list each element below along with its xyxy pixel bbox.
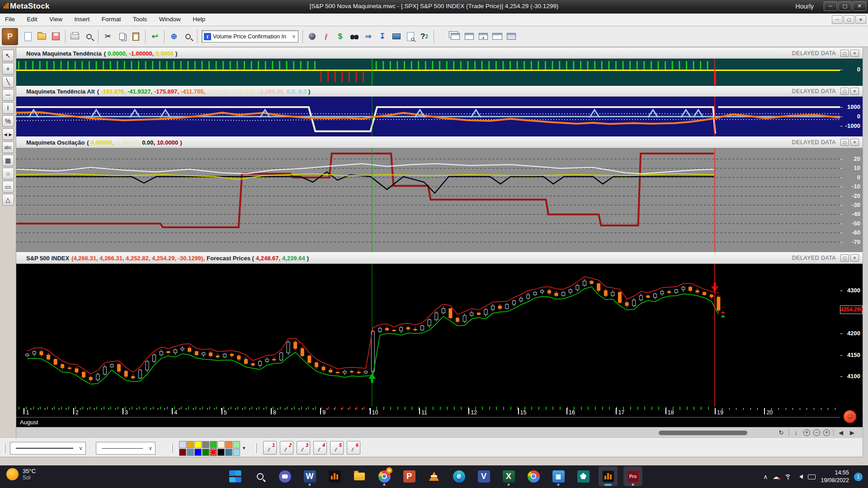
- taskbar-clock[interactable]: 14:55 19/08/2022: [821, 469, 849, 484]
- taskbar-vlc-icon[interactable]: [425, 466, 443, 486]
- menu-insert[interactable]: Insert: [69, 14, 94, 25]
- print-icon[interactable]: [69, 30, 81, 42]
- layout-gear-icon[interactable]: [505, 30, 517, 42]
- color-swatch[interactable]: [217, 449, 225, 456]
- save-icon[interactable]: [50, 30, 62, 42]
- cut-icon[interactable]: ✂: [102, 30, 114, 42]
- trend-histogram-chart[interactable]: [16, 59, 840, 86]
- alert-smiley-icon[interactable]: ☺: [844, 410, 856, 423]
- open-icon[interactable]: [36, 30, 48, 42]
- horizontal-line-tool[interactable]: ─: [2, 89, 14, 101]
- ellipse-tool[interactable]: ○: [2, 168, 14, 179]
- color-swatch[interactable]: [187, 441, 194, 448]
- panel-restore-button[interactable]: ▢: [840, 88, 849, 95]
- toolbar-grip[interactable]: [171, 443, 173, 453]
- child-close-button[interactable]: ✕: [855, 15, 866, 24]
- onedrive-error-icon[interactable]: ☁✕: [773, 473, 779, 480]
- label-tool[interactable]: abc: [2, 141, 14, 153]
- taskbar-metastock-active-icon[interactable]: [599, 466, 618, 486]
- report-icon[interactable]: [404, 30, 416, 42]
- taskbar-excel-icon[interactable]: X: [499, 466, 518, 486]
- menu-format[interactable]: Format: [97, 14, 126, 25]
- maximize-button[interactable]: ▢: [838, 1, 852, 11]
- chart-layout-button-2[interactable]: 2: [280, 441, 293, 455]
- forecast-icon[interactable]: ⇒: [362, 30, 374, 42]
- power-console-button[interactable]: P: [2, 28, 18, 45]
- explorer-icon[interactable]: [306, 30, 318, 42]
- updown-icon[interactable]: ↕: [792, 428, 800, 436]
- panel-restore-button[interactable]: ▢: [840, 139, 849, 146]
- panel-header-maquineta-oscilacao[interactable]: Maquineta Oscilação (4.00000,-1.93007,0.…: [16, 136, 863, 148]
- expert-advisor-icon[interactable]: $: [334, 30, 346, 42]
- step-right-icon[interactable]: ▶: [848, 428, 856, 436]
- pointer-tool[interactable]: ↖: [2, 50, 14, 61]
- weather-widget[interactable]: 35°CSol: [6, 468, 36, 481]
- trendline-tool[interactable]: ╲: [2, 76, 14, 88]
- crosshair-icon[interactable]: ⊕: [168, 30, 180, 42]
- taskbar-folder-icon[interactable]: [350, 466, 369, 486]
- toolbar-grip[interactable]: [255, 443, 257, 453]
- taskbar-metastock-icon[interactable]: [325, 466, 344, 486]
- price-candlestick-chart[interactable]: [16, 264, 840, 407]
- close-button[interactable]: ✕: [853, 1, 866, 11]
- menu-window[interactable]: Window: [154, 14, 186, 25]
- menu-edit[interactable]: Edit: [22, 14, 42, 25]
- color-swatch[interactable]: [179, 441, 186, 448]
- taskbar-calculator-icon[interactable]: ▦: [549, 466, 568, 486]
- new-chart-icon[interactable]: [22, 30, 34, 42]
- chart-layout-button-4[interactable]: 4: [313, 441, 327, 455]
- scan-icon[interactable]: [348, 30, 360, 42]
- indicator-quicklist-dropdown[interactable]: fVolume Price Confirmation In∨: [202, 30, 298, 42]
- rectangle-tool[interactable]: ▭: [2, 181, 14, 192]
- color-swatch[interactable]: [210, 449, 217, 456]
- tile-horizontal-icon[interactable]: [463, 30, 475, 42]
- delete-tool[interactable]: %: [2, 115, 14, 127]
- volume-icon[interactable]: [797, 473, 803, 481]
- child-restore-button[interactable]: ▢: [844, 15, 854, 24]
- hidden-icons-chevron-icon[interactable]: ∧: [763, 473, 768, 480]
- menu-tools[interactable]: Tools: [128, 14, 152, 25]
- panel-close-button[interactable]: ✕: [850, 50, 859, 57]
- color-swatch[interactable]: [179, 449, 186, 456]
- zoom-icon[interactable]: [182, 30, 194, 42]
- menu-view[interactable]: View: [44, 14, 67, 25]
- taskbar-visio-icon[interactable]: V: [474, 466, 493, 486]
- tendencia-alt-chart[interactable]: [16, 97, 840, 136]
- menu-help[interactable]: Help: [188, 14, 210, 25]
- crosshair-tool[interactable]: +: [2, 63, 14, 75]
- step-left-icon[interactable]: ◀: [837, 428, 845, 436]
- help-pointer-icon[interactable]: ?2: [418, 30, 430, 42]
- color-swatch[interactable]: [225, 449, 232, 456]
- refresh-icon[interactable]: ↻: [777, 428, 785, 436]
- print-preview-icon[interactable]: [83, 30, 95, 42]
- line-weight-dropdown[interactable]: ∨: [96, 442, 156, 455]
- taskbar-search-icon[interactable]: [250, 466, 269, 486]
- tile-vertical-icon[interactable]: [491, 30, 503, 42]
- panel-header-sp500-index[interactable]: S&P 500 INDEX (4,266.31, 4,266.31, 4,252…: [16, 252, 863, 264]
- panel-close-button[interactable]: ✕: [850, 88, 859, 95]
- color-swatch[interactable]: [187, 449, 194, 456]
- indicator-builder-icon[interactable]: ƒ: [320, 30, 332, 42]
- text-tool[interactable]: I: [2, 102, 14, 114]
- minimize-button[interactable]: ─: [824, 1, 837, 11]
- undo-icon[interactable]: ↩: [149, 30, 161, 42]
- taskbar-chrome-icon[interactable]: N: [375, 466, 394, 486]
- download-icon[interactable]: ↧: [376, 30, 388, 42]
- palette-dropdown-icon[interactable]: ▾: [243, 445, 245, 451]
- panel-restore-button[interactable]: ▢: [840, 50, 849, 57]
- color-swatch[interactable]: [194, 449, 202, 456]
- chart-layout-button-3[interactable]: 3: [297, 441, 310, 455]
- line-style-dropdown[interactable]: ∨: [10, 442, 86, 455]
- taskbar-adobe-pro-icon[interactable]: Pro: [623, 466, 642, 486]
- chart-layout-button-6[interactable]: 6: [347, 441, 360, 455]
- color-swatch[interactable]: [202, 449, 209, 456]
- color-swatch[interactable]: [225, 441, 232, 448]
- zoom-in-icon[interactable]: +: [823, 429, 830, 436]
- triangle-tool[interactable]: △: [2, 194, 14, 206]
- taskbar-edge-icon[interactable]: e: [449, 466, 468, 486]
- color-swatch[interactable]: [217, 441, 225, 448]
- color-swatch[interactable]: [233, 449, 240, 456]
- paste-icon[interactable]: [130, 30, 142, 42]
- color-swatch[interactable]: [194, 441, 202, 448]
- taskbar-start-icon[interactable]: [226, 466, 245, 486]
